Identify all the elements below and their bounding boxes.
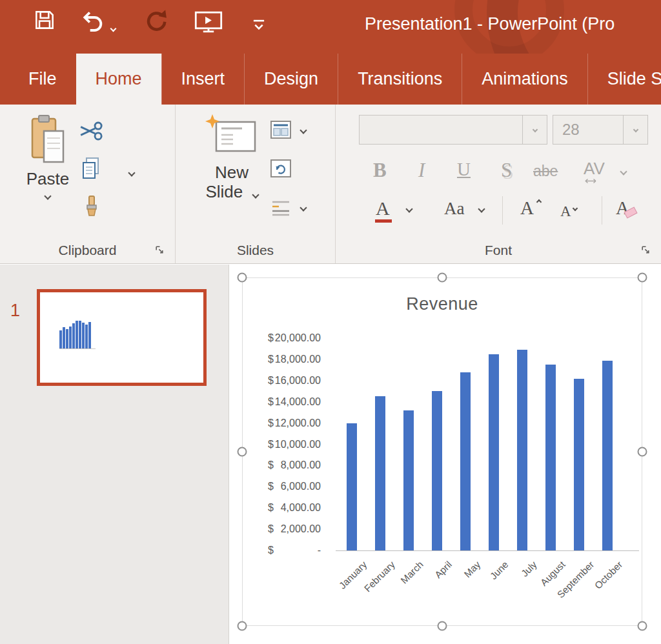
x-axis-label: May (462, 559, 482, 579)
chevron-down-icon (620, 168, 627, 175)
tab-home[interactable]: Home (76, 54, 161, 105)
tab-slide-show[interactable]: Slide Show (587, 54, 661, 105)
strikethrough-button[interactable]: abe (533, 164, 558, 179)
thumbnail-chart (59, 314, 96, 349)
chevron-down-icon (44, 192, 51, 199)
dialog-launcher-icon (640, 245, 651, 256)
format-painter-icon (81, 195, 102, 219)
font-size-value: 28 (553, 116, 623, 144)
thumbnail-chart-bar (63, 327, 65, 348)
undo-icon (79, 8, 106, 34)
dialog-launcher-icon (154, 245, 165, 256)
section-icon (270, 199, 292, 217)
redo-button[interactable] (143, 7, 170, 37)
tab-animations[interactable]: Animations (462, 54, 587, 105)
clipboard-group-label: Clipboard (0, 243, 175, 258)
copy-dropdown-button[interactable] (129, 166, 134, 178)
chevron-down-icon (633, 127, 638, 132)
font-color-swatch (375, 219, 392, 223)
font-dialog-launcher[interactable] (638, 242, 653, 257)
chevron-down-icon (573, 206, 578, 211)
window-title: Presentation1 - PowerPoint (Pro (365, 14, 615, 34)
thumbnail-chart-bar (59, 330, 62, 348)
copy-icon (80, 156, 102, 182)
font-color-label: A (376, 197, 390, 219)
font-color-button[interactable]: A (376, 199, 390, 218)
paste-clipboard-icon (30, 114, 65, 164)
new-slide-label-line2: Slide (205, 182, 243, 201)
customize-qat-icon (250, 15, 267, 32)
x-axis-label: March (399, 559, 425, 585)
character-spacing-label: AV (584, 159, 605, 178)
change-case-button[interactable]: Aa (444, 200, 464, 217)
section-button[interactable] (270, 199, 292, 219)
slide-canvas[interactable]: Revenue $20,000.00$18,000.00$16,000.00$1… (229, 265, 661, 644)
paste-label: Paste (26, 169, 70, 188)
font-name-combobox[interactable] (359, 115, 547, 145)
text-shadow-button[interactable]: S (501, 160, 512, 180)
grow-font-button[interactable]: A (520, 199, 534, 217)
x-axis-label: July (519, 559, 539, 579)
start-from-beginning-button[interactable] (194, 9, 223, 37)
reset-button[interactable] (270, 159, 292, 181)
format-painter-button[interactable] (81, 195, 102, 222)
reset-icon (270, 159, 292, 178)
chevron-down-icon (405, 205, 412, 212)
slide-number: 1 (10, 301, 20, 321)
slide-1-thumbnail[interactable] (37, 289, 207, 386)
thumbnail-chart-bar (72, 323, 75, 348)
undo-dropdown-button[interactable] (111, 22, 116, 34)
slide-thumbnail-panel[interactable]: 1 (0, 265, 229, 644)
thumbnail-chart-bar (88, 322, 91, 348)
shrink-font-button[interactable]: A (560, 204, 571, 219)
font-group-label: Font (336, 243, 661, 258)
chevron-down-icon (110, 26, 117, 32)
paste-button[interactable]: Paste (14, 114, 81, 199)
workspace: 1 Revenue $20,000.00$18,000.00$16,000.00… (0, 265, 661, 644)
x-axis-label: April (432, 559, 454, 580)
font-group: 28 B I U S abe AV A Aa A A (336, 105, 661, 263)
underline-button[interactable]: U (457, 160, 471, 179)
tab-file[interactable]: File (9, 54, 76, 105)
chart-x-labels: JanuaryFebruaryMarchAprilMayJuneJulyAugu… (229, 265, 661, 644)
chevron-down-icon (252, 191, 259, 198)
font-size-combobox[interactable]: 28 (553, 115, 648, 145)
new-slide-button[interactable]: New Slide (194, 114, 270, 201)
tab-transitions[interactable]: Transitions (338, 54, 462, 105)
cut-button[interactable] (79, 119, 103, 146)
x-axis-label: October (592, 559, 624, 591)
start-from-beginning-icon (194, 9, 223, 35)
thumbnail-chart-bar (76, 321, 78, 348)
slides-group-label: Slides (176, 243, 335, 258)
tab-design[interactable]: Design (244, 54, 338, 105)
x-axis-label: June (488, 559, 511, 581)
left-right-arrow-icon (584, 178, 598, 184)
bold-button[interactable]: B (373, 160, 387, 180)
divider (502, 196, 503, 225)
copy-button[interactable] (80, 156, 102, 185)
save-button[interactable] (32, 8, 57, 35)
thumbnail-chart-bar (82, 323, 85, 348)
save-icon (32, 8, 57, 32)
font-name-value (360, 116, 522, 144)
title-bar: Presentation1 - PowerPoint (Pro (0, 0, 661, 54)
chevron-down-icon (300, 204, 307, 211)
undo-button[interactable] (79, 8, 106, 36)
customize-qat-button[interactable] (250, 15, 267, 35)
slides-group: New Slide (176, 105, 336, 263)
ribbon: Paste (0, 105, 661, 264)
new-slide-label-line1: New (215, 163, 249, 182)
chevron-down-icon (128, 169, 135, 176)
new-slide-icon (205, 114, 259, 157)
thumbnail-chart-bar (66, 329, 68, 348)
italic-button[interactable]: I (418, 160, 425, 180)
layout-button[interactable] (270, 120, 292, 142)
chevron-down-icon (532, 127, 537, 132)
layout-icon (270, 120, 292, 139)
thumbnail-chart-bar (69, 327, 72, 349)
character-spacing-button[interactable]: AV (584, 160, 605, 184)
divider (602, 196, 602, 225)
tab-insert[interactable]: Insert (161, 54, 245, 105)
clipboard-dialog-launcher[interactable] (152, 242, 167, 257)
clear-formatting-button[interactable]: A (616, 199, 629, 217)
